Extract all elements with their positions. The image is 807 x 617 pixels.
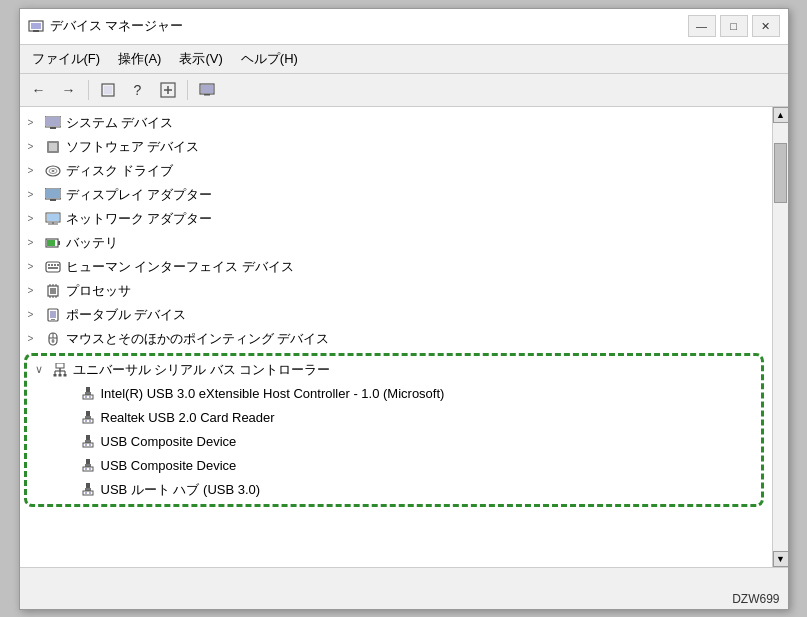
maximize-button[interactable]: □ xyxy=(720,15,748,37)
svg-rect-83 xyxy=(89,492,91,494)
monitor-icon xyxy=(199,82,215,98)
tree-item-intel-usb[interactable]: Intel(R) USB 3.0 eXtensible Host Control… xyxy=(27,382,761,406)
help-button[interactable]: ? xyxy=(125,78,151,102)
expand-icon-usb: ∨ xyxy=(35,363,51,376)
svg-rect-9 xyxy=(201,85,213,93)
icon-network xyxy=(44,211,62,227)
monitor-button[interactable] xyxy=(194,78,220,102)
svg-rect-30 xyxy=(48,264,50,266)
svg-rect-77 xyxy=(85,468,87,470)
svg-rect-31 xyxy=(51,264,53,266)
toolbar-separator-1 xyxy=(88,80,89,100)
menu-bar: ファイル(F) 操作(A) 表示(V) ヘルプ(H) xyxy=(20,45,788,74)
footer: DZW699 xyxy=(20,589,788,609)
svg-point-18 xyxy=(51,170,54,172)
expand-icon-network: > xyxy=(28,213,44,224)
svg-rect-13 xyxy=(50,127,56,129)
icon-portable xyxy=(44,307,62,323)
svg-rect-50 xyxy=(56,363,64,368)
svg-rect-1 xyxy=(31,23,41,29)
properties-button[interactable] xyxy=(95,78,121,102)
label-battery: バッテリ xyxy=(66,234,118,252)
svg-rect-76 xyxy=(83,467,93,471)
content-area: > システム デバイス > ソフトウェア デバイス > ディスク ドライブ xyxy=(20,107,788,567)
label-portable: ポータブル デバイス xyxy=(66,306,187,324)
label-usb-root-hub: USB ルート ハブ (USB 3.0) xyxy=(101,481,261,499)
menu-view[interactable]: 表示(V) xyxy=(171,47,230,71)
svg-rect-79 xyxy=(86,483,90,488)
svg-rect-71 xyxy=(83,443,93,447)
label-intel-usb: Intel(R) USB 3.0 eXtensible Host Control… xyxy=(101,386,445,401)
svg-point-49 xyxy=(51,339,54,343)
tree-item-usb-controller[interactable]: ∨ ユニバーサ xyxy=(27,358,761,382)
svg-rect-72 xyxy=(85,444,87,446)
label-software: ソフトウェア デバイス xyxy=(66,138,200,156)
tree-item-hid[interactable]: > ヒューマン インターフェイス デバイス xyxy=(20,255,772,279)
tree-item-usb-composite-2[interactable]: USB Composite Device xyxy=(27,454,761,478)
menu-file[interactable]: ファイル(F) xyxy=(24,47,109,71)
svg-rect-81 xyxy=(83,491,93,495)
svg-rect-73 xyxy=(89,444,91,446)
svg-rect-66 xyxy=(83,419,93,423)
expand-icon-mouse: > xyxy=(28,333,44,344)
footer-label: DZW699 xyxy=(728,590,783,608)
scroll-thumb[interactable] xyxy=(774,143,787,203)
status-bar xyxy=(20,567,788,589)
icon-hid xyxy=(44,259,62,275)
label-processor: プロセッサ xyxy=(66,282,131,300)
back-button[interactable]: ← xyxy=(26,78,52,102)
scrollbar: ▲ ▼ xyxy=(772,107,788,567)
label-display: ディスプレイ アダプター xyxy=(66,186,213,204)
tree-item-usb-root-hub[interactable]: USB ルート ハブ (USB 3.0) xyxy=(27,478,761,502)
svg-rect-2 xyxy=(33,30,39,32)
svg-rect-62 xyxy=(85,396,87,398)
tree-item-display[interactable]: > ディスプレイ アダプター xyxy=(20,183,772,207)
scroll-track xyxy=(773,123,788,551)
scroll-down-button[interactable]: ▼ xyxy=(773,551,788,567)
menu-action[interactable]: 操作(A) xyxy=(110,47,169,71)
scroll-up-button[interactable]: ▲ xyxy=(773,107,788,123)
tree-item-processor[interactable]: > プロセッサ xyxy=(20,279,772,303)
minimize-button[interactable]: — xyxy=(688,15,716,37)
expand-icon-disk: > xyxy=(28,165,44,176)
svg-rect-57 xyxy=(58,374,61,377)
svg-rect-27 xyxy=(58,241,60,245)
expand-icon-portable: > xyxy=(28,309,44,320)
expand-icon-processor: > xyxy=(28,285,44,296)
label-hid: ヒューマン インターフェイス デバイス xyxy=(66,258,294,276)
title-bar-left: デバイス マネージャー xyxy=(28,17,184,35)
tree-item-network[interactable]: > ネットワーク アダプター xyxy=(20,207,772,231)
svg-rect-36 xyxy=(50,288,56,294)
label-realtek: Realtek USB 2.0 Card Reader xyxy=(101,410,275,425)
tree-item-portable[interactable]: > ポータブル デバイス xyxy=(20,303,772,327)
tree-item-system[interactable]: > システム デバイス xyxy=(20,111,772,135)
svg-rect-45 xyxy=(51,319,55,320)
title-bar: デバイス マネージャー — □ ✕ xyxy=(20,9,788,45)
tree-view[interactable]: > システム デバイス > ソフトウェア デバイス > ディスク ドライブ xyxy=(20,107,772,567)
tree-item-realtek[interactable]: Realtek USB 2.0 Card Reader xyxy=(27,406,761,430)
title-bar-controls: — □ ✕ xyxy=(688,15,780,37)
tree-item-usb-composite-1[interactable]: USB Composite Device xyxy=(27,430,761,454)
label-usb-composite-1: USB Composite Device xyxy=(101,434,237,449)
menu-help[interactable]: ヘルプ(H) xyxy=(233,47,306,71)
icon-system xyxy=(44,115,62,131)
toolbar: ← → ? xyxy=(20,74,788,107)
expand-icon-hid: > xyxy=(28,261,44,272)
tree-item-disk[interactable]: > ディスク ドライブ xyxy=(20,159,772,183)
expand-button[interactable] xyxy=(155,78,181,102)
close-button[interactable]: ✕ xyxy=(752,15,780,37)
svg-rect-61 xyxy=(83,395,93,399)
tree-item-software[interactable]: > ソフトウェア デバイス xyxy=(20,135,772,159)
label-usb-composite-2: USB Composite Device xyxy=(101,458,237,473)
icon-mouse xyxy=(44,331,62,347)
forward-button[interactable]: → xyxy=(56,78,82,102)
svg-rect-32 xyxy=(54,264,56,266)
svg-rect-67 xyxy=(85,420,87,422)
icon-display xyxy=(44,187,62,203)
svg-rect-20 xyxy=(46,189,60,198)
tree-item-mouse[interactable]: > マウスとそのほかのポインティング デバイス xyxy=(20,327,772,351)
tree-item-battery[interactable]: > バッテリ xyxy=(20,231,772,255)
icon-usb-controller xyxy=(51,362,69,378)
icon-disk xyxy=(44,163,62,179)
expand-icon xyxy=(160,82,176,98)
